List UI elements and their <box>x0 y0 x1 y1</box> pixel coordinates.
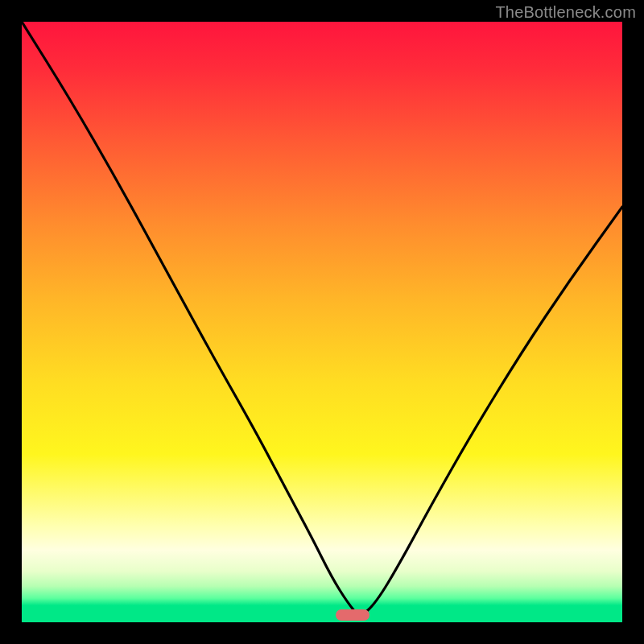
optimal-marker <box>336 609 369 621</box>
watermark-text: TheBottleneck.com <box>495 3 636 22</box>
plot-area <box>22 22 622 622</box>
bottleneck-curve <box>22 22 622 622</box>
chart-frame: TheBottleneck.com <box>0 0 644 644</box>
